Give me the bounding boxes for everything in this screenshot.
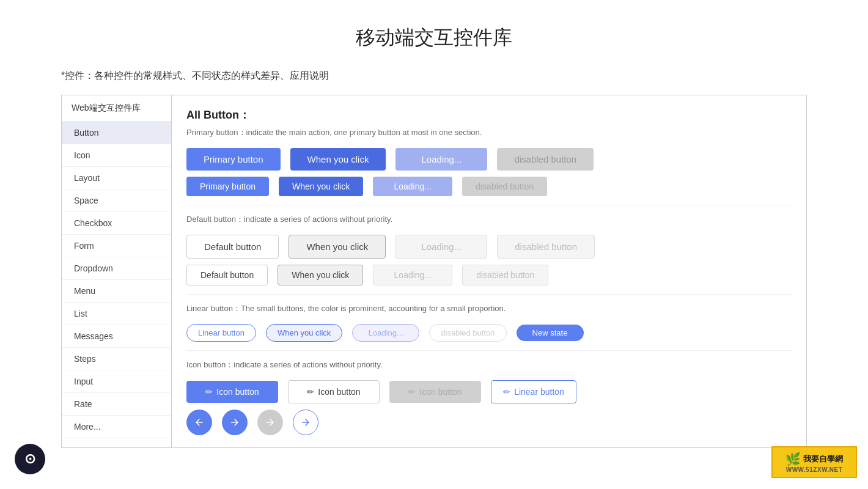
sidebar-item-space[interactable]: Space [62,189,171,212]
logo-right-line1: 我要自學網 [803,454,843,465]
circle-btn-primary[interactable] [186,410,212,435]
default-clicking-button-1[interactable]: When you click [289,235,386,259]
icon-disabled-button: ✏ Icon button [389,381,481,403]
all-button-title: All Button： [186,108,792,122]
edit-icon-disabled: ✏ [408,387,416,397]
sidebar-item-messages[interactable]: Messages [62,325,171,348]
circle-buttons-row [186,410,792,435]
default-loading-button-2: Loading... [373,265,452,285]
primary-disabled-button-1: disabled button [497,148,594,171]
icon-row-1: ✏ Icon button ✏ Icon button ✏ Icon butto… [186,380,792,403]
edit-icon-white: ✏ [205,387,213,397]
icon-default-button[interactable]: ✏ Icon button [288,380,380,403]
default-button-1[interactable]: Default button [186,235,279,259]
sidebar-item-steps[interactable]: Steps [62,348,171,370]
icon-linear-button[interactable]: ✏ Linear button [491,380,576,403]
sidebar-item-dropdown[interactable]: Dropdown [62,257,171,280]
default-disabled-button-1: disabled button [497,235,595,259]
primary-loading-button-2: Loading... [373,177,452,196]
linear-button-1[interactable]: Linear button [186,324,256,342]
sidebar-item-input[interactable]: Input [62,370,171,393]
content-area: All Button： Primary button：indicate the … [172,95,806,447]
circle-btn-outline[interactable] [293,410,318,435]
primary-button-2[interactable]: Primary button [186,177,269,196]
default-section-desc: Default button：indicate a series of acti… [186,214,792,225]
primary-row-2: Primary button When you click Loading...… [186,177,792,196]
primary-clicking-button-2[interactable]: When you click [279,177,363,196]
page-title: 移动端交互控件库 [0,0,868,70]
sidebar-item-checkbox[interactable]: Checkbox [62,212,171,235]
divider-2 [186,294,792,295]
main-container: Web端交互控件库 Button Icon Layout Space Check… [61,95,807,448]
circle-btn-default[interactable] [222,410,248,435]
sidebar-item-button[interactable]: Button [62,122,171,144]
linear-loading-button-1: Loading... [352,324,419,342]
sidebar-item-icon[interactable]: Icon [62,144,171,167]
sidebar-item-menu[interactable]: Menu [62,280,171,303]
sidebar-item-more[interactable]: More... [62,416,171,438]
logo-left: ⊙ [15,444,45,474]
default-disabled-button-2: disabled button [462,265,548,285]
primary-section-desc: Primary button：indicate the main action,… [186,127,792,138]
divider-3 [186,350,792,351]
default-button-2[interactable]: Default button [186,265,268,285]
divider-1 [186,205,792,205]
sidebar: Web端交互控件库 Button Icon Layout Space Check… [62,95,172,447]
sidebar-item-list[interactable]: List [62,303,171,325]
logo-right-icon: 🌿 [785,452,801,466]
primary-loading-button-1: Loading... [395,148,487,171]
default-loading-button-1: Loading... [395,235,487,259]
primary-button-1[interactable]: Primary button [186,148,281,171]
linear-row-1: Linear button When you click Loading... … [186,324,792,342]
primary-clicking-button-1[interactable]: When you click [290,148,386,171]
sidebar-item-layout[interactable]: Layout [62,167,171,189]
linear-new-button-1[interactable]: New state [517,325,584,341]
icon-section-desc: Icon button：indicate a series of actions… [186,359,792,370]
edit-icon-linear: ✏ [503,387,510,397]
default-row-2: Default button When you click Loading...… [186,265,792,285]
default-clicking-button-2[interactable]: When you click [278,265,363,285]
linear-clicking-button-1[interactable]: When you click [266,324,342,342]
circle-btn-disabled [257,410,283,435]
logo-right: 🌿 我要自學網 WWW.51ZXW.NET [771,446,857,478]
edit-icon-dark: ✏ [307,387,314,397]
logo-left-symbol: ⊙ [24,451,35,467]
sidebar-item-form[interactable]: Form [62,235,171,257]
page-subtitle: *控件：各种控件的常规样式、不同状态的样式差异、应用说明 [0,70,868,90]
sidebar-item-rate[interactable]: Rate [62,393,171,416]
linear-disabled-button-1: disabled button [429,324,506,342]
icon-primary-button[interactable]: ✏ Icon button [186,381,278,403]
primary-disabled-button-2: disabled button [462,177,547,196]
logo-right-line2: WWW.51ZXW.NET [786,466,843,473]
default-row-1: Default button When you click Loading...… [186,235,792,259]
sidebar-library-title: Web端交互控件库 [62,95,171,122]
linear-section-desc: Linear button：The small buttons, the col… [186,303,792,314]
primary-row-1: Primary button When you click Loading...… [186,148,792,171]
